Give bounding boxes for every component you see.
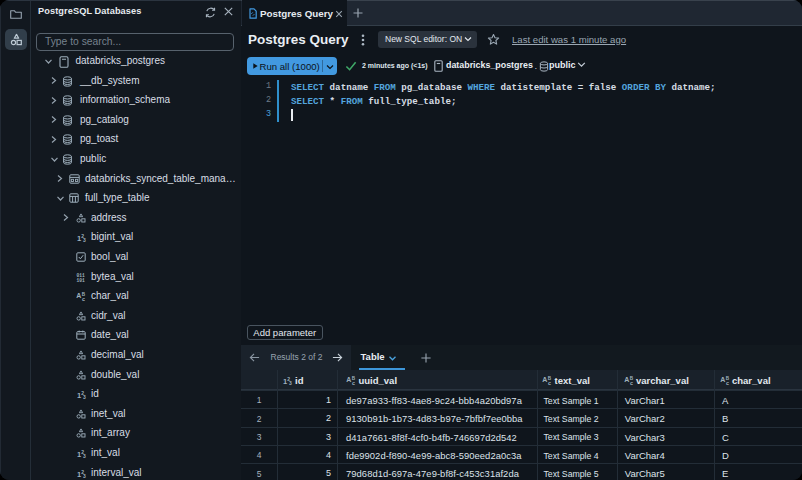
- svg-text:c: c: [352, 380, 355, 386]
- svg-text:3: 3: [83, 394, 86, 400]
- svg-text:3: 3: [83, 453, 86, 459]
- svg-text:c: c: [630, 380, 633, 386]
- svg-text:3: 3: [83, 472, 86, 478]
- svg-text:A: A: [624, 376, 629, 383]
- svg-text:011: 011: [76, 272, 85, 277]
- svg-text:3: 3: [83, 237, 86, 243]
- svg-text:A: A: [720, 376, 725, 383]
- svg-text:c: c: [548, 380, 551, 386]
- svg-text:3: 3: [289, 379, 292, 385]
- svg-text:A: A: [76, 292, 81, 299]
- svg-text:101: 101: [76, 278, 85, 283]
- svg-text:A: A: [542, 376, 547, 383]
- svg-text:A: A: [346, 376, 351, 383]
- svg-text:c: c: [82, 296, 85, 302]
- svg-text:c: c: [726, 380, 729, 386]
